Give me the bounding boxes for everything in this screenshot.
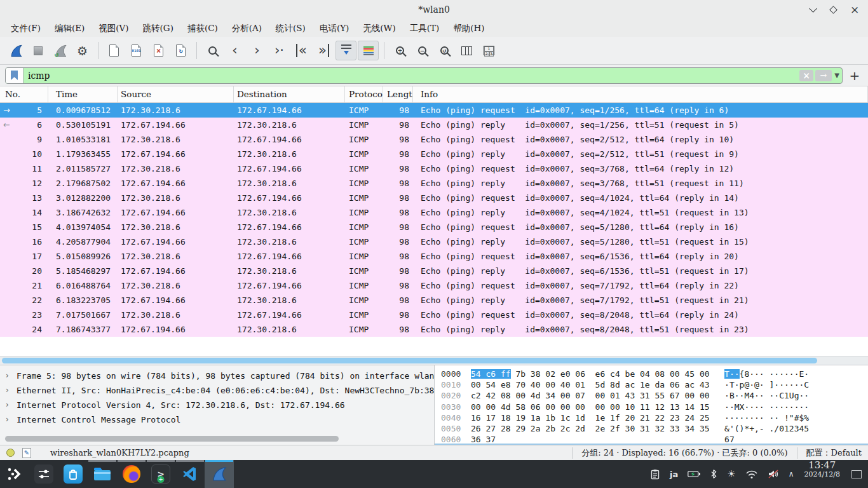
clipboard-icon[interactable] [650, 469, 660, 480]
packet-row[interactable]: 122.179687502172.67.194.66172.30.218.6IC… [0, 176, 868, 191]
hex-bytes[interactable]: 00 00 4d 58 06 00 00 00 00 00 10 11 12 1… [471, 402, 710, 412]
packet-row[interactable]: 154.013974054172.30.218.6172.67.194.66IC… [0, 220, 868, 234]
packet-list-hscrollbar[interactable] [0, 356, 868, 365]
first-packet-button[interactable]: « [291, 41, 312, 60]
taskbar-discover[interactable] [58, 460, 88, 488]
filter-dropdown-button[interactable]: ▼ [832, 72, 842, 79]
expand-chevron-icon[interactable]: › [6, 369, 9, 383]
expand-chevron-icon[interactable]: › [6, 383, 9, 398]
go-forward-button[interactable]: › [247, 41, 268, 60]
capture-options-button[interactable]: ⚙ [72, 41, 93, 60]
detail-tree-item[interactable]: ›Internet Control Message Protocol [0, 412, 434, 427]
hex-row[interactable]: 001000 54 e8 70 40 00 40 01 5d 8d ac 1e … [441, 379, 868, 390]
hex-row[interactable]: 0020c2 42 08 00 4d 34 00 07 00 01 43 31 … [441, 390, 868, 401]
go-to-packet-button[interactable]: ›· [269, 41, 290, 60]
packet-row[interactable]: 112.011585727172.30.218.6172.67.194.66IC… [0, 161, 868, 176]
packet-row[interactable]: 175.015089926172.30.218.6172.67.194.66IC… [0, 249, 868, 264]
close-button[interactable]: × [850, 5, 859, 14]
menu-item-8[interactable]: 无线(W) [356, 20, 402, 36]
column-header-destination[interactable]: Destination [234, 86, 345, 102]
show-desktop-button[interactable] [851, 470, 862, 478]
colorize-button[interactable] [358, 41, 379, 60]
hex-ascii[interactable]: 67 [724, 435, 735, 444]
taskbar-file-manager[interactable] [88, 460, 117, 488]
menu-item-7[interactable]: 电话(Y) [313, 20, 356, 36]
packet-row[interactable]: 247.186743377172.67.194.66172.30.218.6IC… [0, 322, 868, 337]
details-hscrollbar-thumb[interactable] [5, 436, 339, 442]
filter-add-button[interactable]: + [848, 68, 862, 83]
column-header-length[interactable]: Length [383, 86, 413, 102]
column-header-no[interactable]: No. [0, 86, 48, 102]
save-file-button[interactable]: 0101 [126, 41, 147, 60]
taskbar-wireshark[interactable] [205, 460, 234, 488]
menu-item-3[interactable]: 跳转(G) [136, 20, 180, 36]
go-back-button[interactable]: ‹ [224, 41, 245, 60]
zoom-in-button[interactable]: + [390, 41, 410, 60]
packet-row[interactable]: 216.016488764172.30.218.6172.67.194.66IC… [0, 278, 868, 293]
restart-capture-button[interactable]: ↺ [50, 41, 71, 60]
minimize-button[interactable] [807, 5, 816, 14]
column-header-time[interactable]: Time [48, 86, 118, 102]
packet-row[interactable]: 133.012882200172.30.218.6172.67.194.66IC… [0, 191, 868, 205]
expand-chevron-icon[interactable]: › [6, 398, 9, 412]
column-header-source[interactable]: Source [118, 86, 234, 102]
packet-row[interactable]: 91.010533181172.30.218.6172.67.194.66ICM… [0, 132, 868, 147]
hex-ascii[interactable]: &'()*+,- ./012345 [724, 424, 809, 433]
hex-bytes[interactable]: 00 54 e8 70 40 00 40 01 5d 8d ac 1e da 0… [471, 379, 710, 390]
hex-row[interactable]: 000054 c6 ff 7b 38 02 e0 06 e6 c4 be 04 … [441, 369, 868, 379]
hex-row[interactable]: 006036 3767 [441, 434, 868, 445]
packet-row[interactable]: 6←0.530105191172.67.194.66172.30.218.6IC… [0, 118, 868, 132]
resize-columns-button[interactable] [456, 41, 477, 60]
open-file-button[interactable] [104, 41, 125, 60]
column-layout-button[interactable]: 123 [478, 41, 499, 60]
hex-bytes[interactable]: 16 17 18 19 1a 1b 1c 1d 1e 1f 20 21 22 2… [471, 412, 710, 423]
detail-tree-item[interactable]: ›Frame 5: 98 bytes on wire (784 bits), 9… [0, 369, 434, 383]
capture-comment-icon[interactable]: ✎ [22, 448, 31, 458]
menu-item-9[interactable]: 工具(T) [403, 20, 447, 36]
maximize-button[interactable] [829, 5, 837, 14]
filter-apply-button[interactable]: → [815, 70, 832, 81]
zoom-reset-button[interactable]: ↺ [434, 41, 455, 60]
hex-ascii[interactable]: ·B··M4·· ··C1Ug·· [724, 391, 809, 400]
filter-bookmark-button[interactable] [6, 68, 24, 83]
menu-item-0[interactable]: 文件(F) [4, 20, 48, 36]
zoom-out-button[interactable]: − [412, 41, 433, 60]
menu-item-5[interactable]: 分析(A) [225, 20, 269, 36]
tray-expand-icon[interactable]: ∧ [789, 470, 794, 478]
menu-item-4[interactable]: 捕获(C) [180, 20, 225, 36]
display-filter-input[interactable] [24, 71, 799, 81]
hex-row[interactable]: 005026 27 28 29 2a 2b 2c 2d 2e 2f 30 31 … [441, 423, 868, 434]
wifi-icon[interactable] [745, 470, 758, 479]
battery-icon[interactable] [688, 470, 700, 478]
auto-scroll-button[interactable] [336, 41, 356, 60]
column-header-protocol[interactable]: Protocol [345, 86, 383, 102]
menu-item-10[interactable]: 帮助(H) [446, 20, 491, 36]
packet-row[interactable]: 226.183223705172.67.194.66172.30.218.6IC… [0, 293, 868, 308]
menu-item-2[interactable]: 视图(V) [92, 20, 135, 36]
expert-info-icon[interactable] [6, 449, 15, 457]
hex-ascii[interactable]: ········ ·· !"#$% [724, 413, 809, 423]
scrollbar-thumb[interactable] [2, 358, 817, 363]
detail-tree-item[interactable]: ›Ethernet II, Src: HonHaiPrecis_c4:be:04… [0, 383, 434, 398]
reload-file-button[interactable]: ↻ [170, 41, 191, 60]
menu-item-1[interactable]: 编辑(E) [48, 20, 92, 36]
hex-ascii[interactable]: ··MX···· ········ [724, 402, 809, 412]
packet-row[interactable]: 5→0.009678512172.30.218.6172.67.194.66IC… [0, 103, 868, 118]
hex-bytes[interactable]: 54 c6 ff 7b 38 02 e0 06 e6 c4 be 04 08 0… [471, 369, 710, 379]
hex-bytes[interactable]: 26 27 28 29 2a 2b 2c 2d 2e 2f 30 31 32 3… [471, 423, 710, 434]
column-header-info[interactable]: Info [413, 86, 868, 102]
hex-row[interactable]: 004016 17 18 19 1a 1b 1c 1d 1e 1f 20 21 … [441, 412, 868, 423]
hex-row[interactable]: 003000 00 4d 58 06 00 00 00 00 00 10 11 … [441, 402, 868, 412]
last-packet-button[interactable]: » [313, 41, 334, 60]
detail-tree-item[interactable]: ›Internet Protocol Version 4, Src: 172.3… [0, 398, 434, 412]
hex-ascii[interactable]: ·T·p@·@· ]······C [724, 380, 809, 390]
start-capture-button[interactable] [5, 41, 26, 60]
stop-capture-button[interactable] [27, 41, 48, 60]
brightness-icon[interactable]: ☀ [727, 468, 735, 480]
taskbar-app-launcher[interactable] [0, 460, 29, 488]
hex-bytes[interactable]: 36 37 [471, 434, 710, 445]
filter-clear-button[interactable]: × [799, 70, 813, 81]
taskbar-vscode[interactable] [175, 460, 205, 488]
packet-row[interactable]: 205.185468297172.67.194.66172.30.218.6IC… [0, 264, 868, 278]
packet-row[interactable]: 237.017501667172.30.218.6172.67.194.66IC… [0, 308, 868, 322]
